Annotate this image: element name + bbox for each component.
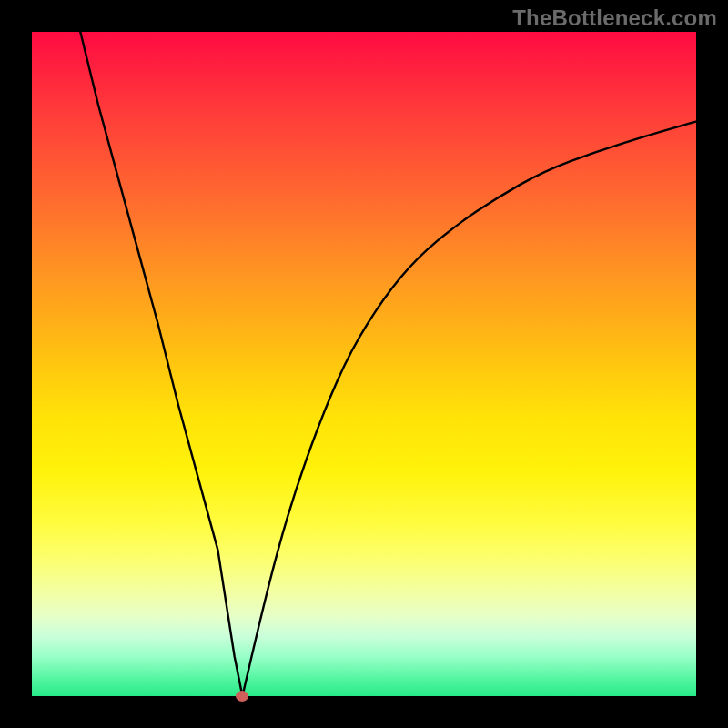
bottleneck-curve: [80, 32, 696, 696]
chart-frame: TheBottleneck.com: [0, 0, 728, 728]
watermark-text: TheBottleneck.com: [512, 5, 717, 31]
minimum-marker: [236, 691, 248, 702]
plot-area: [32, 32, 696, 696]
curve-layer: [32, 32, 696, 696]
